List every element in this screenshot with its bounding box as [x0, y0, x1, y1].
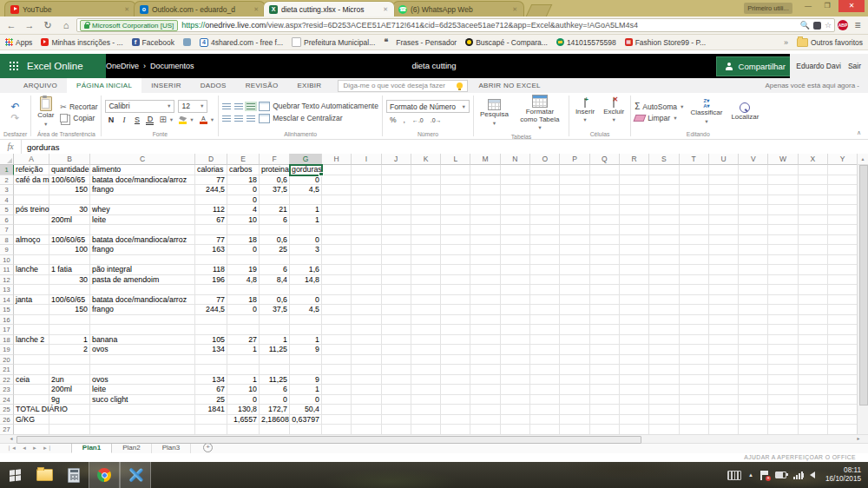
cell-V22[interactable]: [739, 375, 768, 386]
cell-P17[interactable]: [560, 325, 589, 335]
cell-Y1[interactable]: [828, 165, 858, 175]
restore-button[interactable]: ❐: [819, 0, 835, 12]
column-header-P[interactable]: P: [560, 154, 589, 165]
cell-K26[interactable]: [411, 415, 441, 425]
cell-N23[interactable]: [501, 385, 530, 395]
cell-G26[interactable]: 0,63797: [290, 415, 322, 425]
cell-G27[interactable]: [290, 425, 322, 435]
cell-K20[interactable]: [411, 355, 441, 366]
cell-P13[interactable]: [560, 285, 589, 295]
cell-S24[interactable]: [649, 395, 679, 406]
cell-J21[interactable]: [382, 365, 411, 375]
cell-J22[interactable]: [382, 375, 411, 386]
zoom-icon[interactable]: 🔍: [800, 21, 810, 30]
number-format-select[interactable]: Formato de Número▼: [386, 100, 470, 113]
row-header-9[interactable]: 9: [0, 245, 14, 255]
cell-N20[interactable]: [501, 355, 530, 366]
cell-R13[interactable]: [620, 285, 649, 295]
cell-H19[interactable]: [322, 345, 352, 355]
cell-L23[interactable]: [441, 385, 470, 395]
font-name-select[interactable]: Calibri▼: [105, 100, 174, 113]
cell-U19[interactable]: [709, 345, 739, 355]
cell-Y20[interactable]: [828, 355, 858, 366]
cell-T18[interactable]: [680, 335, 709, 346]
cell-K25[interactable]: [411, 405, 441, 415]
fx-icon[interactable]: fx: [0, 140, 22, 155]
tools-app-button[interactable]: [120, 462, 151, 488]
cell-Q16[interactable]: [590, 315, 620, 326]
row-header-5[interactable]: 5: [0, 205, 14, 215]
wrap-text-button[interactable]: Quebrar Texto Automaticamente: [259, 102, 378, 111]
cell-Y5[interactable]: [828, 205, 858, 215]
cell-D21[interactable]: [195, 365, 227, 375]
cell-H11[interactable]: [322, 265, 352, 275]
cell-J6[interactable]: [382, 215, 411, 226]
cell-A26[interactable]: G/KG: [14, 415, 49, 425]
cell-L4[interactable]: [441, 195, 470, 206]
cell-R23[interactable]: [620, 385, 649, 395]
cell-H25[interactable]: [322, 405, 352, 415]
adblock-icon[interactable]: ABP: [838, 20, 848, 30]
cell-Y2[interactable]: [828, 175, 858, 186]
cell-K14[interactable]: [411, 295, 441, 306]
cell-L17[interactable]: [441, 325, 470, 335]
cell-S22[interactable]: [649, 375, 679, 386]
cell-M17[interactable]: [470, 325, 500, 335]
cell-D3[interactable]: 244,5: [195, 185, 227, 195]
align-top-icon[interactable]: [222, 103, 231, 109]
cell-J20[interactable]: [382, 355, 411, 366]
cell-R1[interactable]: [620, 165, 649, 175]
cell-B1[interactable]: quantidade: [49, 165, 90, 175]
cell-N27[interactable]: [501, 425, 530, 435]
cell-Y24[interactable]: [828, 395, 858, 406]
cell-Q8[interactable]: [590, 235, 620, 246]
row-header-18[interactable]: 18: [0, 335, 14, 346]
row-header-20[interactable]: 20: [0, 355, 14, 366]
cell-T3[interactable]: [680, 185, 709, 195]
cell-R14[interactable]: [620, 295, 649, 306]
cell-I1[interactable]: [352, 165, 381, 175]
cell-N2[interactable]: [501, 175, 530, 186]
cell-K23[interactable]: [411, 385, 441, 395]
bookmark-star-icon[interactable]: ☆: [825, 21, 832, 30]
cell-E23[interactable]: 10: [227, 385, 260, 395]
cell-I12[interactable]: [352, 275, 381, 286]
cell-W14[interactable]: [768, 295, 798, 306]
cell-E14[interactable]: 18: [227, 295, 260, 306]
cell-T22[interactable]: [680, 375, 709, 386]
cell-I3[interactable]: [352, 185, 381, 195]
cell-J9[interactable]: [382, 245, 411, 255]
cell-J5[interactable]: [382, 205, 411, 215]
cell-M1[interactable]: [470, 165, 500, 175]
cell-P23[interactable]: [560, 385, 589, 395]
next-sheet-icon[interactable]: ►: [32, 445, 37, 451]
cell-F24[interactable]: 0: [260, 395, 290, 406]
cell-G6[interactable]: 1: [290, 215, 322, 226]
cell-T11[interactable]: [680, 265, 709, 275]
cell-E20[interactable]: [227, 355, 260, 366]
cell-J2[interactable]: [382, 175, 411, 186]
cell-R26[interactable]: [620, 415, 649, 425]
cell-E26[interactable]: 1,6557: [227, 415, 260, 425]
cell-V9[interactable]: [739, 245, 768, 255]
cell-D18[interactable]: 105: [195, 335, 227, 346]
cell-U26[interactable]: [709, 415, 739, 425]
cell-L21[interactable]: [441, 365, 470, 375]
cell-X16[interactable]: [799, 315, 828, 326]
cell-B2[interactable]: 100/60/65: [49, 175, 90, 186]
cell-B10[interactable]: [49, 255, 90, 266]
presence-status[interactable]: Apenas você está aqui agora -: [765, 82, 868, 89]
cell-A13[interactable]: [14, 285, 49, 295]
cell-T9[interactable]: [680, 245, 709, 255]
cell-T21[interactable]: [680, 365, 709, 375]
cell-W11[interactable]: [768, 265, 798, 275]
cell-M23[interactable]: [470, 385, 500, 395]
cell-P2[interactable]: [560, 175, 589, 186]
cell-Q18[interactable]: [590, 335, 620, 346]
cell-T14[interactable]: [680, 295, 709, 306]
cell-A10[interactable]: [14, 255, 49, 266]
cell-B5[interactable]: 30: [49, 205, 90, 215]
borders-button[interactable]: ⊞▼: [159, 115, 174, 124]
column-header-G[interactable]: G: [290, 154, 322, 165]
bookmark-item[interactable]: Minhas inscrições - ...: [41, 38, 122, 47]
